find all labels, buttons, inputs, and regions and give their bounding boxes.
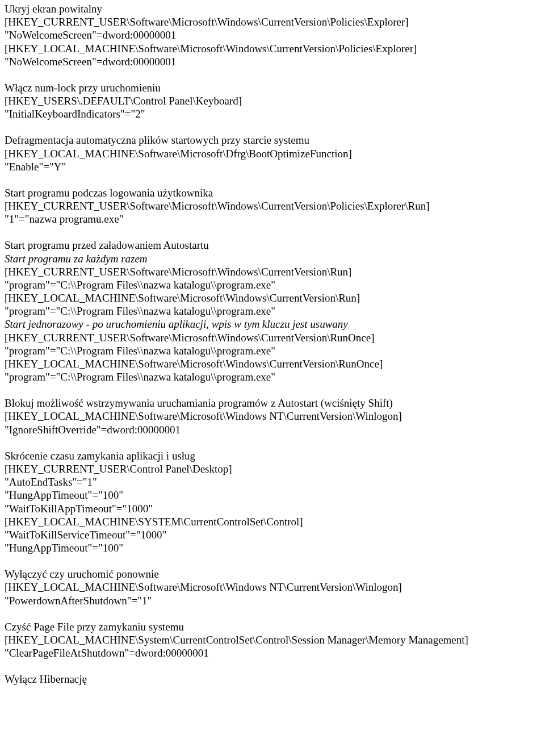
text-line: "HungAppTimeout"="100" — [5, 488, 540, 502]
text-line: Wyłącz Hibernację — [5, 673, 540, 686]
text-line: "WaitToKillServiceTimeout"="1000" — [5, 528, 540, 541]
blank-line — [5, 607, 540, 620]
blank-line — [5, 68, 540, 81]
text-line: [HKEY_LOCAL_MACHINE\SYSTEM\CurrentContro… — [5, 515, 540, 528]
blank-line — [5, 225, 540, 239]
text-line: [HKEY_CURRENT_USER\Software\Microsoft\Wi… — [5, 199, 540, 212]
text-line: [HKEY_CURRENT_USER\Software\Microsoft\Wi… — [5, 265, 540, 278]
text-line: Skrócenie czasu zamykania aplikacji i us… — [5, 449, 540, 462]
text-line: [HKEY_CURRENT_USER\Software\Microsoft\Wi… — [5, 331, 540, 344]
text-line: [HKEY_USERS\.DEFAULT\Control Panel\Keybo… — [5, 94, 540, 107]
text-line: "ClearPageFileAtShutdown"=dword:00000001 — [5, 646, 540, 659]
document-body: Ukryj ekran powitalny[HKEY_CURRENT_USER\… — [5, 2, 540, 686]
text-line: Start programu przed załadowaniem Autost… — [5, 239, 540, 252]
text-line: [HKEY_LOCAL_MACHINE\Software\Microsoft\W… — [5, 42, 540, 55]
text-line: [HKEY_LOCAL_MACHINE\Software\Microsoft\D… — [5, 147, 540, 160]
text-line: [HKEY_LOCAL_MACHINE\Software\Microsoft\W… — [5, 357, 540, 370]
blank-line — [5, 173, 540, 186]
text-line: "PowerdownAfterShutdown"="1" — [5, 594, 540, 607]
text-line: [HKEY_LOCAL_MACHINE\Software\Microsoft\W… — [5, 410, 540, 423]
text-line: [HKEY_LOCAL_MACHINE\Software\Microsoft\W… — [5, 580, 540, 594]
text-line: "AutoEndTasks"="1" — [5, 475, 540, 488]
text-line: Start programu podczas logowania użytkow… — [5, 186, 540, 199]
text-line: Defragmentacja automatyczna plików start… — [5, 133, 540, 147]
text-line: "HungAppTimeout"="100" — [5, 541, 540, 554]
text-line: "program"="C:\\Program Files\\nazwa kata… — [5, 278, 540, 291]
text-line: Start jednorazowy - po uruchomieniu apli… — [5, 318, 540, 331]
text-line: Blokuj możliwość wstrzymywania uruchamia… — [5, 396, 540, 410]
text-line: [HKEY_CURRENT_USER\Control Panel\Desktop… — [5, 462, 540, 475]
text-line: "program"="C:\\Program Files\\nazwa kata… — [5, 304, 540, 318]
text-line: "Enable"="Y" — [5, 160, 540, 173]
text-line: "WaitToKillAppTimeout"="1000" — [5, 502, 540, 515]
text-line: "1"="nazwa programu.exe" — [5, 212, 540, 225]
text-line: "NoWelcomeScreen"=dword:00000001 — [5, 28, 540, 41]
text-line: "NoWelcomeScreen"=dword:00000001 — [5, 55, 540, 68]
blank-line — [5, 554, 540, 567]
text-line: Czyść Page File przy zamykaniu systemu — [5, 620, 540, 633]
text-line: Włącz num-lock przy uruchomieniu — [5, 81, 540, 94]
text-line: Wyłączyć czy uruchomić ponownie — [5, 567, 540, 580]
text-line: "IgnoreShiftOverride"=dword:00000001 — [5, 423, 540, 436]
text-line: "InitialKeyboardIndicators"="2" — [5, 107, 540, 120]
blank-line — [5, 120, 540, 133]
blank-line — [5, 436, 540, 449]
blank-line — [5, 659, 540, 673]
text-line: [HKEY_CURRENT_USER\Software\Microsoft\Wi… — [5, 15, 540, 28]
text-line: "program"="C:\\Program Files\\nazwa kata… — [5, 344, 540, 357]
text-line: Start programu za każdym razem — [5, 252, 540, 265]
text-line: Ukryj ekran powitalny — [5, 2, 540, 15]
blank-line — [5, 383, 540, 396]
text-line: [HKEY_LOCAL_MACHINE\Software\Microsoft\W… — [5, 291, 540, 304]
text-line: "program"="C:\\Program Files\\nazwa kata… — [5, 370, 540, 383]
text-line: [HKEY_LOCAL_MACHINE\System\CurrentContro… — [5, 633, 540, 646]
